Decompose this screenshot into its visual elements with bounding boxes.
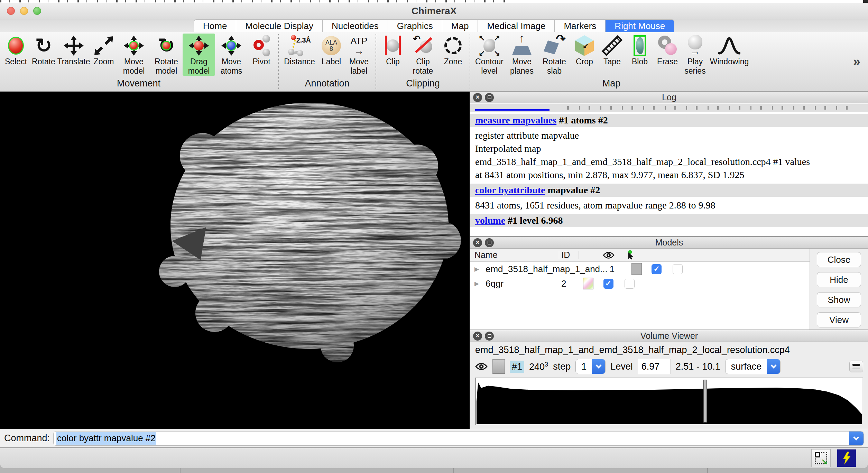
disclosure-triangle-icon[interactable]: ▶ [474, 280, 482, 287]
step-select[interactable]: 1 [575, 359, 606, 374]
log-command-link[interactable]: volume [475, 215, 505, 226]
log-command-link[interactable]: measure mapvalues [475, 115, 556, 126]
models-button-column: Close Hide Show View [810, 249, 868, 330]
log-float-icon[interactable] [485, 93, 494, 102]
view-model-button[interactable]: View [817, 312, 861, 327]
models-float-icon[interactable] [485, 238, 494, 247]
distance-tool-button[interactable]: 2.3Å Distance [281, 34, 317, 66]
show-model-button[interactable]: Show [817, 292, 861, 307]
log-close-icon[interactable]: × [473, 93, 482, 102]
column-header-shown[interactable] [598, 251, 619, 259]
move-label-tool-button[interactable]: ATP → Move label [345, 34, 373, 76]
volume-controls-row: #1 2403 step 1 Level 6.97 2.51 - 10.1 su… [470, 356, 868, 375]
move-model-tool-button[interactable]: Move model [118, 34, 150, 76]
log-clipped-line [470, 104, 868, 112]
crop-icon: ↙ [573, 34, 596, 57]
tab-molecule-display[interactable]: Molecule Display [236, 19, 322, 32]
model-selected-checkbox[interactable] [625, 279, 635, 289]
chevron-down-icon [853, 434, 859, 440]
command-history-dropdown-button[interactable] [849, 432, 864, 445]
snapshot-button[interactable]: ↘ [811, 449, 831, 467]
volume-histogram[interactable] [475, 378, 863, 425]
tab-right-mouse[interactable]: Right Mouse [605, 19, 674, 32]
tab-home[interactable]: Home [194, 19, 236, 32]
crop-tool-button[interactable]: ↙ Crop [571, 34, 598, 66]
section-label-map: Map [473, 77, 750, 91]
erase-tool-button[interactable]: Erase [654, 34, 681, 66]
model-shown-checkbox[interactable]: ✓ [603, 279, 613, 289]
contour-level-tool-button[interactable]: ↖ ↗ ↙ ↘ Contour level [473, 34, 506, 76]
volume-filename: emd_3518_half_map_1_and_emd_3518_half_ma… [470, 342, 868, 356]
toolbar-overflow-button[interactable]: » [846, 32, 868, 91]
volume-viewer-float-icon[interactable] [485, 332, 494, 341]
log-command-line: volume #1 level 6.968 [470, 214, 868, 227]
model-shown-checkbox[interactable]: ✓ [652, 264, 662, 274]
threshold-marker-handle[interactable] [703, 380, 707, 423]
model-name: 6qgr [486, 278, 504, 289]
label-icon: ALA 8 [320, 34, 343, 57]
toolbar-section-map: ↖ ↗ ↙ ↘ Contour level ↑ Move planes [471, 32, 752, 91]
move-planes-tool-button[interactable]: ↑ Move planes [506, 34, 538, 76]
column-header-id[interactable]: ID [559, 250, 579, 260]
toolbar-section-movement: Select ↻ Rotate Translate [0, 32, 277, 91]
volume-viewer-close-icon[interactable]: × [473, 332, 482, 341]
collapse-panel-button[interactable] [849, 361, 863, 372]
tab-graphics[interactable]: Graphics [388, 19, 442, 32]
main-area: × Log measure mapvalues #1 atoms #2 regi… [0, 92, 868, 429]
log-output-line: at 8431 atom positions, min 2.878, max 9… [470, 168, 868, 182]
select-pointer-icon [625, 250, 634, 260]
drag-model-tool-button[interactable]: Drag model [183, 34, 215, 76]
log-command-link[interactable]: color byattribute [475, 185, 545, 195]
volume-shown-eye-icon[interactable] [475, 362, 488, 371]
lightning-bolt-icon [841, 452, 852, 465]
pivot-tool-button[interactable]: Pivot [248, 34, 275, 66]
tape-tool-button[interactable]: Tape [598, 34, 626, 66]
rotate-slab-tool-button[interactable]: ↷ Rotate slab [538, 34, 571, 76]
graphics-viewport[interactable] [0, 92, 470, 429]
tab-map[interactable]: Map [442, 19, 478, 32]
clip-tool-button[interactable]: Clip [379, 34, 407, 66]
model-color-swatch[interactable] [631, 263, 642, 275]
rotate-icon: ↻ [32, 34, 55, 57]
model-selected-checkbox[interactable] [673, 264, 683, 274]
move-atoms-tool-button[interactable]: Move atoms [215, 34, 248, 76]
blob-tool-button[interactable]: Blob [626, 34, 654, 66]
hide-model-button[interactable]: Hide [817, 272, 861, 287]
histogram-shape [477, 382, 862, 424]
zone-tool-button[interactable]: Zone [439, 34, 467, 66]
log-command-line: color byattribute mapvalue #2 [470, 184, 868, 197]
rotate-model-tool-button[interactable]: ↻ Rotate model [150, 34, 183, 76]
tab-markers[interactable]: Markers [554, 19, 605, 32]
windowing-tool-button[interactable]: Windowing [709, 34, 750, 66]
histogram-plot [477, 379, 862, 424]
model-row-2[interactable]: ▶6qgr 2 ✓ [470, 276, 810, 291]
label-tool-button[interactable]: ALA 8 Label [317, 34, 345, 66]
tab-medical-image[interactable]: Medical Image [478, 19, 554, 32]
model-row-1[interactable]: ▶emd_3518_half_map_1_and... 1 ✓ [470, 262, 810, 276]
level-input[interactable]: 6.97 [638, 359, 671, 374]
display-style-select[interactable]: surface [725, 359, 781, 374]
zoom-tool-button[interactable]: Zoom [90, 34, 118, 66]
column-header-selected[interactable] [619, 250, 640, 260]
select-tool-button[interactable]: Select [2, 34, 30, 66]
model-color-swatch[interactable] [583, 278, 593, 289]
models-close-icon[interactable]: × [473, 238, 482, 247]
translate-tool-button[interactable]: Translate [57, 34, 90, 66]
tab-nucleotides[interactable]: Nucleotides [322, 19, 388, 32]
column-header-name[interactable]: Name [470, 250, 559, 260]
fast-mode-button[interactable] [837, 449, 856, 467]
close-model-button[interactable]: Close [817, 252, 861, 267]
play-series-icon: → [684, 34, 707, 57]
command-input[interactable]: color byattr mapvalue #2 [53, 431, 864, 446]
clip-rotate-tool-button[interactable]: ↶ Clip rotate [407, 34, 439, 76]
disclosure-triangle-icon[interactable]: ▶ [474, 266, 482, 273]
rotate-tool-button[interactable]: ↻ Rotate [30, 34, 57, 66]
log-output-line: 8431 atoms, 1651 residues, atom mapvalue… [470, 199, 868, 212]
move-planes-icon: ↑ [510, 34, 533, 57]
log-panel: × Log measure mapvalues #1 atoms #2 regi… [470, 92, 868, 237]
section-label-movement: Movement [2, 77, 275, 91]
zoom-icon [92, 34, 115, 57]
log-content[interactable]: measure mapvalues #1 atoms #2 register a… [470, 103, 868, 236]
play-series-tool-button[interactable]: → Play series [681, 34, 709, 76]
volume-color-button[interactable] [492, 359, 505, 374]
